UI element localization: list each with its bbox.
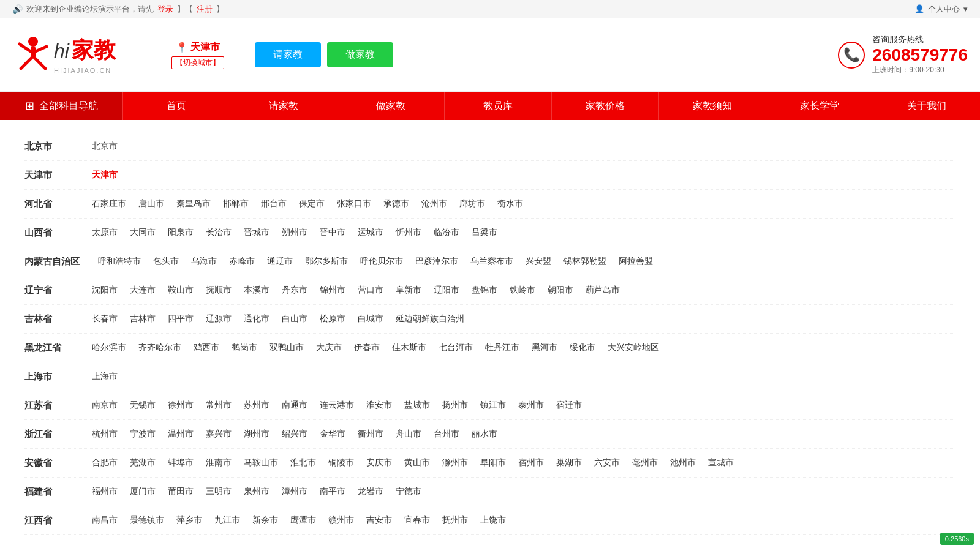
city-link[interactable]: 吉林市 xyxy=(124,312,162,326)
nav-item-guanyuwomen[interactable]: 关于我们 xyxy=(873,92,980,120)
city-link[interactable]: 亳州市 xyxy=(626,456,664,470)
city-link[interactable]: 宁德市 xyxy=(390,485,428,498)
city-link[interactable]: 芜湖市 xyxy=(124,456,162,470)
city-link[interactable]: 太原市 xyxy=(86,226,124,239)
city-link[interactable]: 大兴安岭地区 xyxy=(601,341,665,354)
city-link[interactable]: 辽阳市 xyxy=(428,283,466,297)
city-link[interactable]: 四平市 xyxy=(162,312,200,326)
logo-image[interactable]: hi 家教 HIJIAJIAO.CN xyxy=(12,31,147,80)
city-link[interactable]: 乌海市 xyxy=(185,255,223,268)
city-link[interactable]: 合肥市 xyxy=(86,456,124,470)
city-link[interactable]: 运城市 xyxy=(352,226,390,239)
city-link[interactable]: 淮南市 xyxy=(200,456,238,470)
city-link[interactable]: 双鸭山市 xyxy=(263,341,310,354)
city-link[interactable]: 大同市 xyxy=(124,226,162,239)
city-link[interactable]: 阿拉善盟 xyxy=(612,255,659,268)
city-link[interactable]: 大连市 xyxy=(124,283,162,297)
city-link[interactable]: 天津市 xyxy=(86,168,124,182)
city-link[interactable]: 营口市 xyxy=(352,283,390,297)
city-link[interactable]: 蚌埠市 xyxy=(162,456,200,470)
city-link[interactable]: 秦皇岛市 xyxy=(170,197,217,211)
city-link[interactable]: 通辽市 xyxy=(261,255,299,268)
city-link[interactable]: 池州市 xyxy=(664,456,702,470)
city-link[interactable]: 丹东市 xyxy=(276,283,314,297)
city-link[interactable]: 巢湖市 xyxy=(550,456,588,470)
login-link[interactable]: 登录 xyxy=(157,4,173,15)
city-link[interactable]: 忻州市 xyxy=(390,226,428,239)
city-link[interactable]: 泉州市 xyxy=(238,485,276,498)
city-link[interactable]: 晋城市 xyxy=(238,226,276,239)
city-link[interactable]: 南昌市 xyxy=(86,514,124,527)
nav-all-subjects[interactable]: ⊞ 全部科目导航 xyxy=(0,92,123,120)
city-link[interactable]: 乌兰察布市 xyxy=(464,255,519,268)
city-link[interactable]: 厦门市 xyxy=(124,485,162,498)
city-link[interactable]: 徐州市 xyxy=(162,399,200,412)
city-link[interactable]: 牡丹江市 xyxy=(479,341,526,354)
city-link[interactable]: 丽水市 xyxy=(466,427,503,441)
city-link[interactable]: 镇江市 xyxy=(474,399,512,412)
city-link[interactable]: 吕梁市 xyxy=(466,226,503,239)
city-link[interactable]: 绍兴市 xyxy=(276,427,314,441)
nav-item-zuojiajiao[interactable]: 做家教 xyxy=(337,92,444,120)
city-link[interactable]: 阜新市 xyxy=(390,283,428,297)
city-link[interactable]: 铁岭市 xyxy=(503,283,541,297)
city-link[interactable]: 鞍山市 xyxy=(162,283,200,297)
city-link[interactable]: 金华市 xyxy=(314,427,352,441)
city-link[interactable]: 白山市 xyxy=(276,312,314,326)
city-link[interactable]: 邢台市 xyxy=(255,197,293,211)
city-link[interactable]: 呼和浩特市 xyxy=(92,255,147,268)
city-link[interactable]: 鹤岗市 xyxy=(225,341,263,354)
city-link[interactable]: 新余市 xyxy=(246,514,284,527)
city-link[interactable]: 承德市 xyxy=(377,197,415,211)
city-link[interactable]: 抚州市 xyxy=(436,514,474,527)
btn-zuojiajiao[interactable]: 做家教 xyxy=(327,42,393,67)
city-link[interactable]: 宿迁市 xyxy=(550,399,588,412)
city-link[interactable]: 呼伦贝尔市 xyxy=(354,255,409,268)
city-link[interactable]: 苏州市 xyxy=(238,399,276,412)
city-link[interactable]: 赣州市 xyxy=(322,514,360,527)
city-link[interactable]: 大庆市 xyxy=(310,341,348,354)
city-link[interactable]: 邯郸市 xyxy=(217,197,255,211)
city-link[interactable]: 鹰潭市 xyxy=(284,514,322,527)
city-link[interactable]: 杭州市 xyxy=(86,427,124,441)
city-link[interactable]: 包头市 xyxy=(147,255,185,268)
city-link[interactable]: 齐齐哈尔市 xyxy=(132,341,187,354)
city-link[interactable]: 南通市 xyxy=(276,399,314,412)
city-link[interactable]: 阳泉市 xyxy=(162,226,200,239)
city-link[interactable]: 廊坊市 xyxy=(453,197,491,211)
city-link[interactable]: 朔州市 xyxy=(276,226,314,239)
nav-item-jiaoyuanku[interactable]: 教员库 xyxy=(444,92,551,120)
city-link[interactable]: 常州市 xyxy=(200,399,238,412)
city-link[interactable]: 温州市 xyxy=(162,427,200,441)
city-link[interactable]: 锡林郭勒盟 xyxy=(557,255,612,268)
city-link[interactable]: 七台河市 xyxy=(432,341,479,354)
city-link[interactable]: 长春市 xyxy=(86,312,124,326)
city-link[interactable]: 朝阳市 xyxy=(541,283,579,297)
city-link[interactable]: 张家口市 xyxy=(331,197,377,211)
city-link[interactable]: 舟山市 xyxy=(390,427,428,441)
city-link[interactable]: 衢州市 xyxy=(352,427,390,441)
city-link[interactable]: 莆田市 xyxy=(162,485,200,498)
city-link[interactable]: 盘锦市 xyxy=(466,283,503,297)
city-link[interactable]: 晋中市 xyxy=(314,226,352,239)
city-link[interactable]: 宜春市 xyxy=(398,514,436,527)
city-link[interactable]: 南平市 xyxy=(314,485,352,498)
city-link[interactable]: 延边朝鲜族自治州 xyxy=(390,312,470,326)
city-link[interactable]: 上海市 xyxy=(86,370,124,383)
city-link[interactable]: 漳州市 xyxy=(276,485,314,498)
city-link[interactable]: 佳木斯市 xyxy=(386,341,432,354)
city-link[interactable]: 石家庄市 xyxy=(86,197,132,211)
city-link[interactable]: 锦州市 xyxy=(314,283,352,297)
city-link[interactable]: 保定市 xyxy=(293,197,331,211)
city-link[interactable]: 无锡市 xyxy=(124,399,162,412)
city-link[interactable]: 沧州市 xyxy=(415,197,453,211)
city-link[interactable]: 长治市 xyxy=(200,226,238,239)
city-link[interactable]: 扬州市 xyxy=(436,399,474,412)
city-link[interactable]: 铜陵市 xyxy=(322,456,360,470)
city-link[interactable]: 三明市 xyxy=(200,485,238,498)
city-link[interactable]: 鄂尔多斯市 xyxy=(299,255,354,268)
city-link[interactable]: 嘉兴市 xyxy=(200,427,238,441)
city-area[interactable]: 📍 天津市 【切换城市】 xyxy=(172,41,224,69)
city-link[interactable]: 吉安市 xyxy=(360,514,398,527)
city-link[interactable]: 淮北市 xyxy=(284,456,322,470)
